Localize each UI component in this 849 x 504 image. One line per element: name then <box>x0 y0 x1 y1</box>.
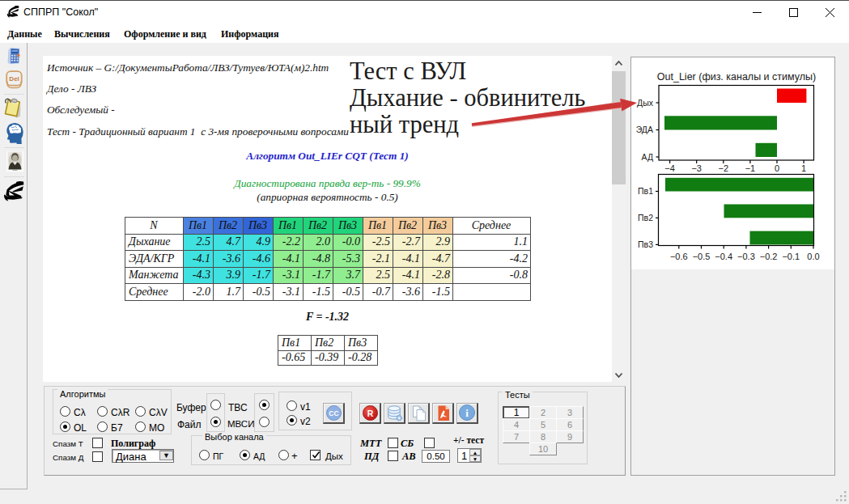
svg-text:−1: −1 <box>745 163 756 173</box>
svg-text:−0.2: −0.2 <box>760 252 778 261</box>
svg-text:−2: −2 <box>719 163 729 173</box>
svg-text:0.0: 0.0 <box>807 252 819 261</box>
svg-text:Пв1: Пв1 <box>638 186 653 196</box>
svg-text:0: 0 <box>775 163 779 173</box>
svg-text:Пв2: Пв2 <box>638 213 653 222</box>
svg-text:−0.4: −0.4 <box>715 252 732 261</box>
svg-text:1: 1 <box>801 163 806 173</box>
svg-text:Пв3: Пв3 <box>638 239 653 249</box>
svg-text:Del: Del <box>9 75 19 83</box>
svg-text:Out_Lier (физ. каналы и стимул: Out_Lier (физ. каналы и стимулы) <box>657 71 816 83</box>
svg-text:АД: АД <box>642 152 653 162</box>
svg-text:−3: −3 <box>691 163 702 173</box>
svg-text:−0.5: −0.5 <box>693 252 711 261</box>
svg-text:−4: −4 <box>664 163 675 173</box>
svg-text:−0.3: −0.3 <box>737 252 755 261</box>
svg-text:−0.1: −0.1 <box>782 252 800 261</box>
svg-text:−0.6: −0.6 <box>670 252 688 261</box>
